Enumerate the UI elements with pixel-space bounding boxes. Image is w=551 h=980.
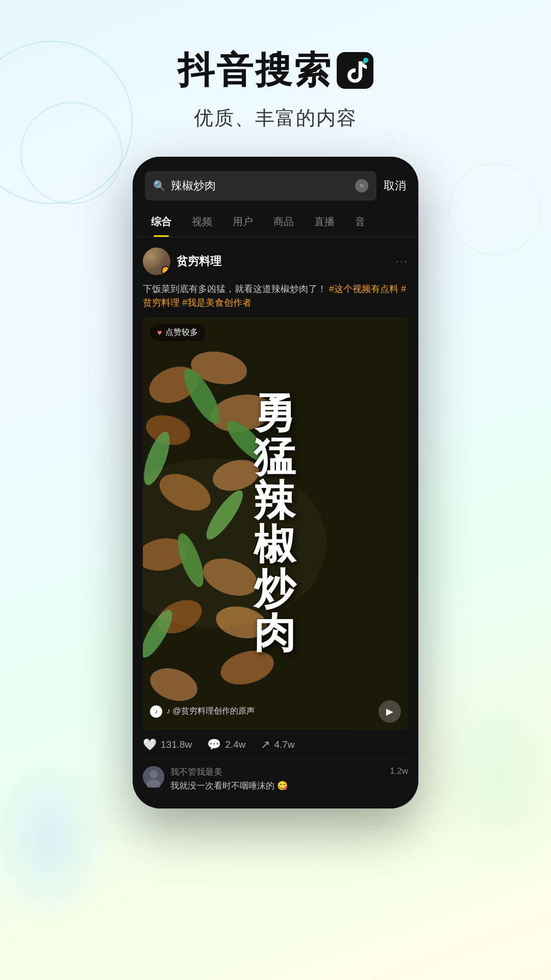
svg-point-1 xyxy=(363,58,368,63)
app-subtitle: 优质、丰富的内容 xyxy=(0,105,551,131)
username[interactable]: 贫穷料理 xyxy=(177,254,221,269)
comment-avatar xyxy=(143,766,164,788)
sound-info: ♪ ♪ @贫穷料理创作的原声 xyxy=(150,705,255,718)
search-query-text: 辣椒炒肉 xyxy=(171,178,350,193)
post-header: ✓ 贫穷料理 ··· xyxy=(143,248,408,275)
comment-text: 我就没一次看时不咽唾沫的 😋 xyxy=(170,780,384,792)
likes-count-item[interactable]: 🤍 131.8w xyxy=(143,738,192,751)
comment-icon: 💬 xyxy=(207,738,221,751)
phone-container: 🔍 辣椒炒肉 ✕ 取消 综合 视频 用户 商品 直播 音 xyxy=(0,157,551,808)
play-button[interactable]: ▶ xyxy=(379,700,401,723)
heart-icon: 🤍 xyxy=(143,738,157,751)
tab-用户[interactable]: 用户 xyxy=(222,207,263,237)
comment-preview-section: 我不管我最美 我就没一次看时不咽唾沫的 😋 1.2w xyxy=(133,760,418,808)
post-desc-normal: 下饭菜到底有多凶猛，就看这道辣椒炒肉了！ xyxy=(143,284,327,294)
comments-count-item[interactable]: 💬 2.4w xyxy=(207,738,245,751)
tab-综合[interactable]: 综合 xyxy=(141,207,182,237)
video-title-text: 勇猛辣椒炒肉 xyxy=(254,390,297,656)
likes-badge: ♥ 点赞较多 xyxy=(150,324,205,341)
search-input-wrap[interactable]: 🔍 辣椒炒肉 ✕ xyxy=(145,171,377,201)
tiktok-logo-icon xyxy=(337,52,373,89)
post-description: 下饭菜到底有多凶猛，就看这道辣椒炒肉了！ #这个视频有点料 #贫穷料理 #我是美… xyxy=(143,282,408,310)
phone-mockup: 🔍 辣椒炒肉 ✕ 取消 综合 视频 用户 商品 直播 音 xyxy=(133,157,418,808)
tiktok-small-icon: ♪ xyxy=(150,705,162,718)
comment-content: 我不管我最美 我就没一次看时不咽唾沫的 😋 xyxy=(170,766,384,792)
svg-point-23 xyxy=(149,770,158,778)
comments-count: 2.4w xyxy=(225,739,245,750)
search-icon: 🔍 xyxy=(153,180,166,192)
shares-count-item[interactable]: ↗ 4.7w xyxy=(261,738,294,751)
comment-item: 我不管我最美 我就没一次看时不咽唾沫的 😋 1.2w xyxy=(143,760,408,798)
search-cancel-button[interactable]: 取消 xyxy=(384,178,406,193)
user-info: ✓ 贫穷料理 xyxy=(143,248,221,275)
sound-text: ♪ @贫穷料理创作的原声 xyxy=(166,706,255,717)
likes-count: 131.8w xyxy=(161,739,192,750)
more-options-icon[interactable]: ··· xyxy=(396,255,408,268)
tab-视频[interactable]: 视频 xyxy=(182,207,222,237)
video-thumbnail[interactable]: 勇猛辣椒炒肉 ♥ 点赞较多 ♪ ♪ @贫穷料理创作的原声 ▶ xyxy=(143,317,408,730)
tab-bar: 综合 视频 用户 商品 直播 音 xyxy=(133,207,418,237)
tab-直播[interactable]: 直播 xyxy=(304,207,345,237)
search-bar-area: 🔍 辣椒炒肉 ✕ 取消 xyxy=(133,157,418,207)
avatar[interactable]: ✓ xyxy=(143,248,170,275)
tab-音[interactable]: 音 xyxy=(345,207,375,237)
search-clear-button[interactable]: ✕ xyxy=(355,179,368,192)
video-text-overlay: 勇猛辣椒炒肉 xyxy=(143,317,408,730)
app-title-text: 抖音搜索 xyxy=(178,46,333,95)
tab-商品[interactable]: 商品 xyxy=(263,207,304,237)
app-header: 抖音搜索 优质、丰富的内容 xyxy=(0,0,551,157)
engagement-row: 🤍 131.8w 💬 2.4w ↗ 4.7w xyxy=(143,730,408,760)
commenter-name: 我不管我最美 xyxy=(170,766,384,778)
likes-heart-icon: ♥ xyxy=(157,328,162,337)
app-title-row: 抖音搜索 xyxy=(0,46,551,95)
comment-like-count: 1.2w xyxy=(390,766,408,776)
content-area: ✓ 贫穷料理 ··· 下饭菜到底有多凶猛，就看这道辣椒炒肉了！ #这个视频有点料… xyxy=(133,237,418,760)
video-bottom-bar: ♪ ♪ @贫穷料理创作的原声 ▶ xyxy=(150,700,401,723)
likes-badge-text: 点赞较多 xyxy=(165,327,198,338)
share-icon: ↗ xyxy=(261,738,270,751)
shares-count: 4.7w xyxy=(274,739,294,750)
verified-badge: ✓ xyxy=(161,266,170,275)
